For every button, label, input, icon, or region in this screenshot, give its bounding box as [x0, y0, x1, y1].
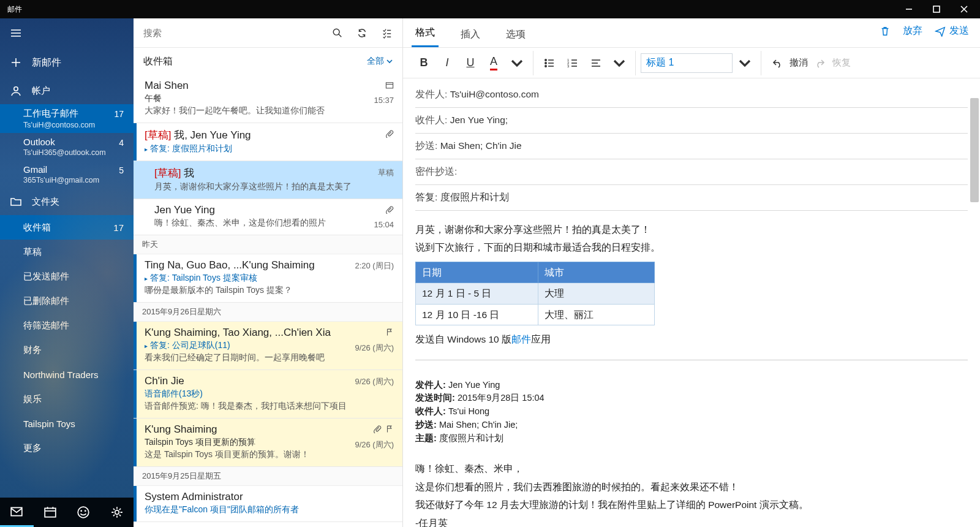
- date-separator: 昨天: [134, 235, 402, 254]
- message-preview: 嗨！徐虹、秦杰、米申，这是你们想看的照片: [154, 218, 394, 229]
- tab-format[interactable]: 格式: [412, 20, 439, 47]
- message-item[interactable]: Mai Shen午餐大家好！我们一起吃午餐吧。让我知道你们能否15:37: [134, 75, 402, 123]
- flag-icon[interactable]: [385, 425, 394, 436]
- folder-more[interactable]: 更多: [0, 436, 134, 460]
- folder-deleted[interactable]: 已删除邮件: [0, 289, 134, 313]
- folder-drafts[interactable]: 草稿: [0, 240, 134, 264]
- tab-insert[interactable]: 插入: [457, 22, 484, 47]
- scrollbar[interactable]: [970, 98, 979, 202]
- font-color-button[interactable]: A: [483, 52, 505, 74]
- message-item[interactable]: [草稿] 我月英，谢谢你和大家分享这些照片！拍的真是太美了草稿: [134, 161, 402, 199]
- font-dropdown-button[interactable]: [506, 52, 528, 74]
- send-button[interactable]: 发送: [935, 25, 969, 37]
- mail-app-link[interactable]: 邮件: [511, 334, 531, 344]
- svg-line-20: [339, 34, 342, 37]
- svg-point-17: [85, 510, 86, 511]
- message-preview: 哪份是最新版本的 Tailspin Toys 提案？: [145, 285, 394, 296]
- message-subject: 午餐: [145, 93, 394, 104]
- hamburger-button[interactable]: [0, 18, 134, 48]
- minimize-button[interactable]: [895, 0, 922, 18]
- message-item[interactable]: Ting Na, Guo Bao, ...K'ung Shaiming▸答复: …: [134, 254, 402, 303]
- bold-button[interactable]: B: [413, 52, 435, 74]
- sent-from-line: 发送自 Windows 10 版邮件应用: [415, 330, 968, 348]
- schedule-table: 日期城市 12 月 1 日 - 5 日大理 12 月 10 日 -16 日大理、…: [415, 262, 655, 325]
- close-button[interactable]: [950, 0, 978, 18]
- nav-mail-button[interactable]: [0, 498, 34, 527]
- message-subject: 你现在是"Falcon 项目"团队邮箱的所有者: [145, 504, 394, 515]
- calendar-icon: [385, 81, 394, 92]
- paragraph-dropdown-button[interactable]: [608, 52, 630, 74]
- message-from: System Administrator: [145, 491, 394, 503]
- message-preview: 语音邮件预览: 嗨！我是秦杰，我打电话来想问下项目: [145, 401, 394, 412]
- message-item[interactable]: Ch'in Jie语音邮件(13秒)语音邮件预览: 嗨！我是秦杰，我打电话来想问…: [134, 370, 402, 419]
- date-separator: 2015年9月26日星期六: [134, 303, 402, 322]
- quoted-header: 发件人: Jen Yue Ying 发送时间: 2015年9月28日 15:04…: [415, 379, 968, 445]
- search-input[interactable]: [143, 28, 324, 38]
- new-mail-button[interactable]: 新邮件: [0, 48, 134, 77]
- numbering-button[interactable]: 123: [562, 52, 584, 74]
- message-item[interactable]: System Administrator你现在是"Falcon 项目"团队邮箱的…: [134, 486, 402, 522]
- style-dropdown-button[interactable]: [734, 52, 756, 74]
- search-box[interactable]: [138, 28, 324, 38]
- message-time: 2:20 (周日): [355, 260, 394, 271]
- tab-options[interactable]: 选项: [502, 22, 529, 47]
- folder-finance[interactable]: 财务: [0, 338, 134, 362]
- account-outlook[interactable]: Outlook Ts'uiH365@outlook.com 4: [0, 133, 134, 161]
- underline-button[interactable]: U: [459, 52, 481, 74]
- app-title: 邮件: [7, 4, 22, 15]
- folder-junk[interactable]: 待筛选邮件: [0, 313, 134, 338]
- folder-inbox[interactable]: 收件箱17: [0, 215, 134, 240]
- subject-field[interactable]: 答复: 度假照片和计划: [415, 185, 968, 211]
- undo-button[interactable]: [766, 52, 788, 74]
- svg-rect-1: [933, 6, 940, 12]
- bcc-field[interactable]: 密件抄送:: [415, 159, 968, 185]
- nav-settings-button[interactable]: [100, 498, 134, 527]
- account-work[interactable]: 工作电子邮件 Ts'uiH@contoso.com 17: [0, 104, 134, 133]
- date-separator: 2015年9月25日星期五: [134, 467, 402, 486]
- message-subject: ▸答复: 度假照片和计划: [145, 143, 394, 154]
- undo-label: 撤消: [790, 57, 808, 69]
- message-preview: 看来我们已经确定了日期时间。一起享用晚餐吧: [145, 352, 394, 363]
- svg-point-18: [115, 510, 119, 515]
- message-time: 15:04: [374, 220, 394, 229]
- inbox-title: 收件箱: [143, 55, 173, 68]
- bullets-button[interactable]: [538, 52, 560, 74]
- message-time: 草稿: [378, 167, 394, 178]
- titlebar: 邮件: [0, 0, 980, 18]
- message-item[interactable]: K'ung Shaiming, Tao Xiang, ...Ch'ien Xia…: [134, 322, 402, 370]
- delete-button[interactable]: [880, 26, 891, 37]
- search-button[interactable]: [326, 22, 349, 44]
- nav-calendar-button[interactable]: [34, 498, 67, 527]
- filter-all-button[interactable]: 全部: [367, 56, 393, 67]
- compose-body[interactable]: 月英，谢谢你和大家分享这些照片！拍的真是太美了！ 说到下次旅行，下面的日期和城市…: [415, 211, 968, 527]
- style-select[interactable]: 标题 1: [641, 53, 733, 73]
- message-subject: 语音邮件(13秒): [145, 389, 394, 400]
- message-list-pane: 收件箱 全部 Mai Shen午餐大家好！我们一起吃午餐吧。让我知道你们能否15…: [134, 18, 403, 527]
- message-time: 9/26 (周六): [355, 439, 394, 450]
- sync-button[interactable]: [351, 22, 373, 44]
- select-mode-button[interactable]: [375, 22, 398, 44]
- folder-list: 收件箱17 草稿 已发送邮件 已删除邮件 待筛选邮件 财务 Northwind …: [0, 215, 134, 460]
- message-item[interactable]: Jen Yue Ying嗨！徐虹、秦杰、米申，这是你们想看的照片15:04: [134, 199, 402, 235]
- discard-button[interactable]: 放弃: [903, 25, 922, 37]
- folder-tailspin[interactable]: Tailspin Toys: [0, 411, 134, 436]
- italic-button[interactable]: I: [436, 52, 458, 74]
- redo-button[interactable]: [809, 52, 831, 74]
- account-gmail[interactable]: Gmail 365Ts'uiH@gmail.com 5: [0, 161, 134, 188]
- cc-field[interactable]: 抄送: Mai Shen; Ch'in Jie: [415, 134, 968, 159]
- folder-entertainment[interactable]: 娱乐: [0, 387, 134, 411]
- to-field[interactable]: 收件人: Jen Yue Ying;: [415, 108, 968, 134]
- svg-point-28: [545, 65, 546, 66]
- folder-sent[interactable]: 已发送邮件: [0, 264, 134, 289]
- folders-header[interactable]: 文件夹: [0, 188, 134, 215]
- message-item[interactable]: K'ung ShaimingTailspin Toys 项目更新的预算这是 Ta…: [134, 419, 402, 467]
- message-from: Mai Shen: [145, 80, 394, 92]
- nav-feedback-button[interactable]: [67, 498, 100, 527]
- accounts-header[interactable]: 帐户: [0, 77, 134, 104]
- flag-icon[interactable]: [385, 328, 394, 339]
- message-list[interactable]: Mai Shen午餐大家好！我们一起吃午餐吧。让我知道你们能否15:37[草稿]…: [134, 75, 402, 527]
- message-item[interactable]: [草稿] 我, Jen Yue Ying▸答复: 度假照片和计划: [134, 123, 402, 161]
- folder-northwind[interactable]: Northwind Traders: [0, 362, 134, 387]
- maximize-button[interactable]: [922, 0, 950, 18]
- align-button[interactable]: [585, 52, 607, 74]
